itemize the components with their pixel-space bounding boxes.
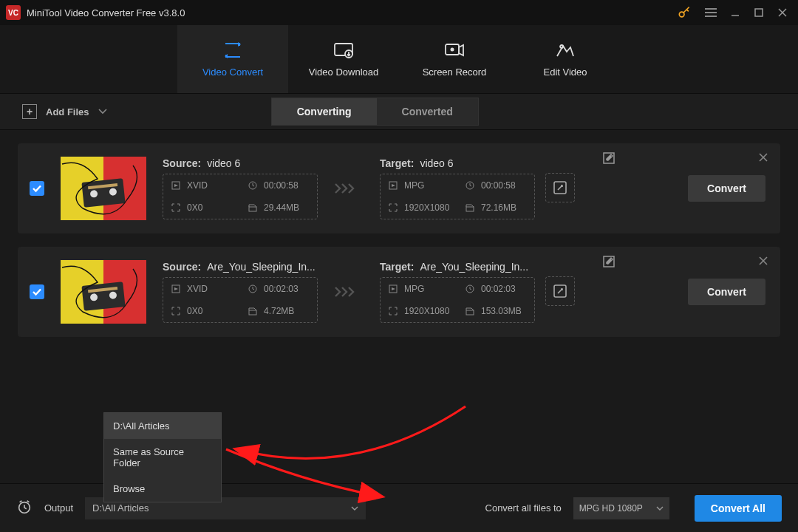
source-block: Source: Are_You_Sleeping_In... XVID 00:0… — [163, 261, 318, 323]
target-settings-button[interactable] — [545, 276, 575, 306]
key-icon[interactable] — [677, 5, 692, 20]
source-codec: XVID — [187, 284, 208, 294]
source-size: 4.72MB — [264, 306, 294, 316]
resolution-icon — [171, 306, 181, 316]
target-resolution: 1920X1080 — [404, 306, 449, 316]
target-codec: MPG — [404, 284, 424, 294]
filesize-icon — [248, 306, 258, 316]
tab-converted[interactable]: Converted — [377, 98, 478, 125]
convert-button[interactable]: Convert — [688, 279, 765, 305]
hamburger-menu-icon[interactable] — [705, 8, 717, 17]
sub-toolbar: + Add Files Converting Converted — [0, 93, 798, 130]
tab-video-download[interactable]: Video Download — [288, 25, 399, 93]
minimize-button[interactable] — [730, 7, 740, 18]
filesize-icon — [465, 202, 475, 213]
target-resolution: 1920X1080 — [404, 202, 449, 213]
convert-button[interactable]: Convert — [688, 175, 765, 202]
source-name: Are_You_Sleeping_In... — [207, 261, 316, 273]
add-files-button[interactable]: + Add Files — [22, 104, 107, 119]
file-card: Source: video 6 XVID 00:00:58 0X0 29.44M… — [18, 143, 780, 233]
file-checkbox[interactable] — [30, 284, 44, 299]
output-menu-item[interactable]: D:\All Articles — [104, 413, 221, 439]
main-nav: Video Convert Video Download Screen Reco… — [0, 25, 798, 93]
codec-icon — [171, 284, 181, 294]
tab-converting[interactable]: Converting — [272, 98, 377, 125]
output-preset-select[interactable]: MPG HD 1080P — [573, 497, 669, 519]
svg-point-9 — [560, 45, 563, 48]
clock-icon — [465, 180, 475, 191]
chevron-down-icon — [351, 506, 358, 511]
source-name: video 6 — [207, 157, 240, 169]
source-size: 29.44MB — [264, 202, 299, 213]
target-block: Target: Are_You_Sleeping_In... MPG 00:02… — [380, 261, 535, 323]
svg-rect-25 — [466, 310, 474, 315]
filesize-icon — [465, 306, 475, 316]
tab-label: Screen Record — [423, 66, 487, 78]
edit-target-icon[interactable] — [603, 256, 615, 270]
schedule-icon[interactable] — [16, 499, 33, 517]
tab-video-convert[interactable]: Video Convert — [177, 25, 288, 93]
file-thumbnail — [61, 260, 146, 324]
source-duration: 00:00:58 — [264, 180, 299, 191]
tab-label: Edit Video — [543, 66, 587, 78]
tab-screen-record[interactable]: Screen Record — [399, 25, 510, 93]
tab-edit-video[interactable]: Edit Video — [510, 25, 621, 93]
source-resolution: 0X0 — [187, 202, 202, 213]
svg-rect-22 — [249, 310, 256, 315]
tab-label: Video Convert — [202, 66, 263, 78]
clock-icon — [465, 284, 475, 294]
filesize-icon — [248, 202, 258, 213]
file-thumbnail — [61, 157, 146, 220]
convert-all-button[interactable]: Convert All — [695, 495, 782, 522]
edit-video-icon — [554, 41, 576, 59]
codec-icon — [388, 284, 398, 294]
svg-rect-12 — [249, 207, 256, 211]
output-menu-item[interactable]: Same as Source Folder — [104, 439, 221, 476]
edit-target-icon[interactable] — [603, 152, 615, 166]
file-checkbox[interactable] — [30, 181, 44, 196]
remove-file-button[interactable] — [758, 256, 768, 268]
output-dropdown-menu: D:\All Articles Same as Source Folder Br… — [103, 412, 222, 502]
download-icon — [332, 41, 355, 59]
convert-all-files-to-label: Convert all files to — [485, 502, 562, 514]
output-menu-item[interactable]: Browse — [104, 476, 221, 502]
target-duration: 00:00:58 — [481, 180, 516, 191]
target-size: 153.03MB — [481, 306, 522, 316]
file-list: Source: video 6 XVID 00:00:58 0X0 29.44M… — [0, 130, 798, 337]
target-name: Are_You_Sleeping_In... — [420, 261, 528, 273]
output-preset-value: MPG HD 1080P — [579, 503, 643, 514]
titlebar: VC MiniTool Video Converter Free v3.8.0 — [0, 0, 798, 25]
svg-rect-15 — [466, 207, 474, 211]
target-duration: 00:02:03 — [481, 284, 516, 294]
app-logo: VC — [6, 5, 21, 20]
arrow-icon — [334, 181, 364, 196]
source-label: Source: — [163, 261, 201, 273]
source-label: Source: — [163, 157, 201, 169]
convert-icon — [222, 41, 244, 59]
target-label: Target: — [380, 157, 414, 169]
file-card: Source: Are_You_Sleeping_In... XVID 00:0… — [18, 247, 780, 337]
output-path-value: D:\All Articles — [92, 502, 149, 514]
chevron-down-icon — [656, 506, 664, 511]
resolution-icon — [388, 202, 398, 213]
codec-icon — [171, 180, 181, 191]
status-segmented: Converting Converted — [271, 98, 479, 126]
arrow-icon — [334, 284, 364, 299]
chevron-down-icon — [98, 109, 107, 115]
target-settings-button[interactable] — [545, 173, 575, 202]
resolution-icon — [171, 202, 181, 213]
source-resolution: 0X0 — [187, 306, 202, 316]
maximize-button[interactable] — [754, 7, 764, 18]
plus-icon: + — [22, 104, 37, 119]
add-files-label: Add Files — [46, 106, 89, 117]
clock-icon — [248, 284, 258, 294]
svg-point-0 — [679, 12, 684, 17]
target-block: Target: video 6 MPG 00:00:58 1920X1080 7… — [380, 157, 535, 219]
target-label: Target: — [380, 261, 414, 273]
source-duration: 00:02:03 — [264, 284, 299, 294]
close-button[interactable] — [777, 7, 788, 18]
source-block: Source: video 6 XVID 00:00:58 0X0 29.44M… — [163, 157, 318, 219]
tab-label: Video Download — [309, 66, 378, 78]
record-icon — [443, 41, 466, 59]
remove-file-button[interactable] — [758, 152, 768, 165]
